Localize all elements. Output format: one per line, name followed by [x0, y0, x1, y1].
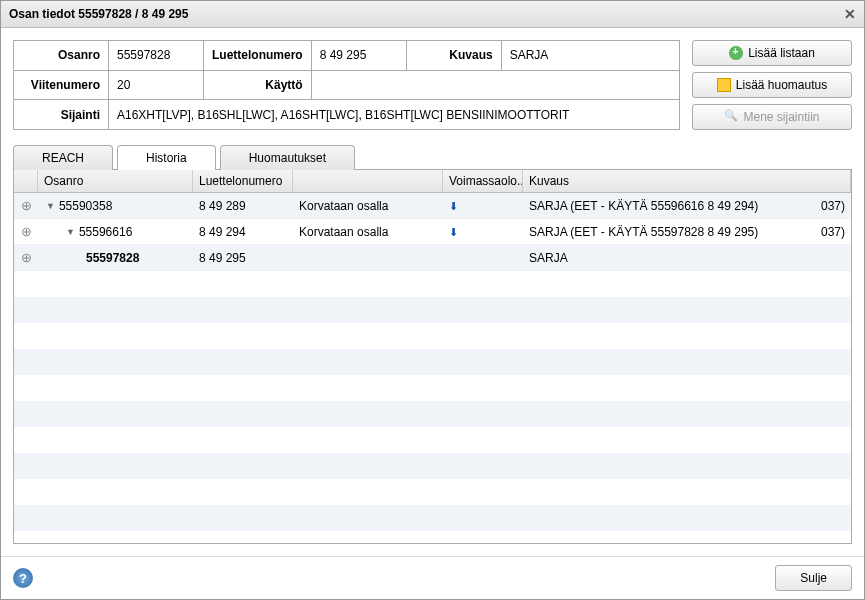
arrow-down-icon: ⬇	[449, 226, 458, 238]
luettelo-label: Luettelonumero	[204, 41, 312, 71]
add-to-list-button[interactable]: Lisää listaan	[692, 40, 852, 66]
goto-location-label: Mene sijaintiin	[743, 110, 819, 124]
kaytto-label: Käyttö	[204, 70, 312, 100]
plus-icon	[729, 46, 743, 60]
content: Osanro 55597828 Luettelonumero 8 49 295 …	[1, 28, 864, 556]
sijainti-label: Sijainti	[14, 100, 109, 130]
expand-icon[interactable]: ⊕	[21, 250, 32, 265]
add-note-button[interactable]: Lisää huomautus	[692, 72, 852, 98]
row-kuvaus: SARJA	[523, 251, 811, 265]
titlebar: Osan tiedot 55597828 / 8 49 295 ✕	[1, 1, 864, 28]
arrow-down-icon: ⬇	[449, 200, 458, 212]
dialog-title: Osan tiedot 55597828 / 8 49 295	[9, 7, 188, 21]
goto-location-button[interactable]: Mene sijaintiin	[692, 104, 852, 130]
row-luettelo: 8 49 289	[193, 199, 293, 213]
close-icon[interactable]: ✕	[844, 6, 856, 22]
kuvaus-label: Kuvaus	[406, 41, 501, 71]
row-action: Korvataan osalla	[293, 199, 443, 213]
col-action	[293, 170, 443, 192]
viite-label: Viitenumero	[14, 70, 109, 100]
row-kuvaus: SARJA (EET - KÄYTÄ 55596616 8 49 294)	[523, 199, 811, 213]
row-osanro: 55597828	[86, 251, 139, 265]
empty-row	[14, 323, 851, 349]
tab-reach[interactable]: REACH	[13, 145, 113, 170]
empty-row	[14, 297, 851, 323]
osanro-label: Osanro	[14, 41, 109, 71]
row-end: 037)	[811, 199, 851, 213]
empty-row	[14, 349, 851, 375]
row-luettelo: 8 49 294	[193, 225, 293, 239]
row-luettelo: 8 49 295	[193, 251, 293, 265]
grid: Osanro Luettelonumero Voimassaolo... Kuv…	[13, 169, 852, 544]
empty-row	[14, 401, 851, 427]
kaytto-value	[311, 70, 679, 100]
dialog: Osan tiedot 55597828 / 8 49 295 ✕ Osanro…	[0, 0, 865, 600]
col-luettelo[interactable]: Luettelonumero	[193, 170, 293, 192]
row-osanro: 55596616	[79, 225, 132, 239]
empty-row	[14, 505, 851, 531]
empty-row	[14, 375, 851, 401]
add-to-list-label: Lisää listaan	[748, 46, 815, 60]
expand-icon[interactable]: ⊕	[21, 224, 32, 239]
kuvaus-value: SARJA	[501, 41, 679, 71]
osanro-value: 55597828	[109, 41, 204, 71]
col-voimassaolo[interactable]: Voimassaolo...	[443, 170, 523, 192]
tab-historia[interactable]: Historia	[117, 145, 216, 170]
tab-huomautukset[interactable]: Huomautukset	[220, 145, 355, 170]
table-row[interactable]: ⊕ 55597828 8 49 295 SARJA	[14, 245, 851, 271]
add-note-label: Lisää huomautus	[736, 78, 827, 92]
row-end: 037)	[811, 225, 851, 239]
grid-body: ⊕ ▼ 55590358 8 49 289 Korvataan osalla ⬇…	[14, 193, 851, 543]
col-kuvaus[interactable]: Kuvaus	[523, 170, 851, 192]
tabs: REACH Historia Huomautukset	[13, 144, 852, 169]
col-osanro[interactable]: Osanro	[38, 170, 193, 192]
info-table: Osanro 55597828 Luettelonumero 8 49 295 …	[13, 40, 680, 130]
luettelo-value: 8 49 295	[311, 41, 406, 71]
top-row: Osanro 55597828 Luettelonumero 8 49 295 …	[13, 40, 852, 130]
empty-row	[14, 453, 851, 479]
empty-row	[14, 427, 851, 453]
chevron-down-icon[interactable]: ▼	[66, 227, 75, 237]
footer: ? Sulje	[1, 556, 864, 599]
row-osanro: 55590358	[59, 199, 112, 213]
expand-icon[interactable]: ⊕	[21, 198, 32, 213]
sijainti-value: A16XHT[LVP], B16SHL[LWC], A16SHT[LWC], B…	[109, 100, 680, 130]
row-action: Korvataan osalla	[293, 225, 443, 239]
close-button[interactable]: Sulje	[775, 565, 852, 591]
button-column: Lisää listaan Lisää huomautus Mene sijai…	[692, 40, 852, 130]
note-icon	[717, 78, 731, 92]
grid-header: Osanro Luettelonumero Voimassaolo... Kuv…	[14, 170, 851, 193]
col-expand	[14, 170, 38, 192]
table-row[interactable]: ⊕ ▼ 55596616 8 49 294 Korvataan osalla ⬇…	[14, 219, 851, 245]
viite-value: 20	[109, 70, 204, 100]
table-row[interactable]: ⊕ ▼ 55590358 8 49 289 Korvataan osalla ⬇…	[14, 193, 851, 219]
help-icon[interactable]: ?	[13, 568, 33, 588]
row-kuvaus: SARJA (EET - KÄYTÄ 55597828 8 49 295)	[523, 225, 811, 239]
empty-row	[14, 271, 851, 297]
search-icon	[724, 110, 738, 124]
chevron-down-icon[interactable]: ▼	[46, 201, 55, 211]
empty-row	[14, 479, 851, 505]
